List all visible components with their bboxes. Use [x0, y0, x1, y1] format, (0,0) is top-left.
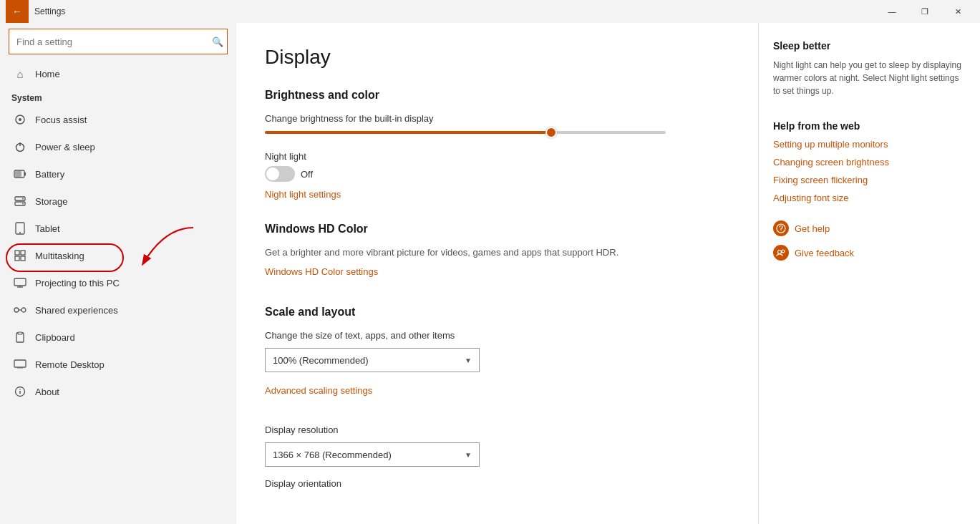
- sidebar-item-tablet-label: Tablet: [35, 223, 60, 234]
- minimize-button[interactable]: —: [875, 0, 908, 23]
- svg-rect-15: [15, 256, 19, 261]
- close-button[interactable]: ✕: [941, 0, 974, 23]
- hd-color-settings-link[interactable]: Windows HD Color settings: [265, 266, 378, 277]
- give-feedback-link[interactable]: Give feedback: [795, 248, 854, 258]
- titlebar: ← Settings — ❐ ✕: [0, 0, 980, 23]
- sleep-body: Night light can help you get to sleep by…: [773, 59, 966, 97]
- svg-rect-26: [14, 360, 26, 367]
- sidebar-item-storage[interactable]: Storage: [0, 188, 236, 215]
- svg-point-32: [780, 231, 781, 231]
- advanced-scaling-link[interactable]: Advanced scaling settings: [265, 385, 372, 396]
- scale-dropdown-arrow: ▼: [465, 356, 472, 364]
- svg-point-1: [19, 118, 21, 121]
- night-light-label: Night light: [265, 151, 306, 162]
- sidebar-item-shared-experiences[interactable]: Shared experiences: [0, 296, 236, 324]
- sidebar-item-multitasking[interactable]: Multitasking: [0, 242, 236, 269]
- svg-point-22: [21, 308, 26, 312]
- brightness-section: Brightness and color Change brightness f…: [265, 89, 729, 217]
- hd-color-title: Windows HD Color: [265, 223, 729, 236]
- sidebar-item-projecting[interactable]: Projecting to this PC: [0, 269, 236, 296]
- svg-point-30: [19, 389, 21, 390]
- svg-rect-16: [21, 256, 25, 261]
- brightness-fill: [265, 131, 553, 134]
- sidebar-item-home[interactable]: ⌂ Home: [0, 60, 236, 87]
- sidebar-item-projecting-label: Projecting to this PC: [35, 278, 120, 288]
- multitasking-icon: [14, 249, 26, 262]
- sidebar-item-storage-label: Storage: [35, 196, 68, 207]
- night-light-toggle-row: Off: [265, 166, 729, 182]
- night-light-link-container: Night light settings: [265, 188, 729, 217]
- sidebar-item-clipboard-label: Clipboard: [35, 332, 75, 343]
- orientation-container: Display orientation: [265, 478, 729, 489]
- help-link-font[interactable]: Adjusting font size: [773, 193, 966, 203]
- hd-color-desc: Get a brighter and more vibrant picture …: [265, 247, 666, 258]
- get-help-link[interactable]: Get help: [795, 223, 830, 234]
- sidebar: 🔍 ⌂ Home System Focus assist Power & sle…: [0, 23, 236, 524]
- back-button[interactable]: ←: [6, 0, 29, 23]
- sidebar-item-about-label: About: [35, 387, 59, 397]
- svg-point-21: [14, 308, 19, 312]
- get-help-icon: [773, 220, 789, 236]
- brightness-section-title: Brightness and color: [265, 89, 729, 102]
- search-input[interactable]: [9, 29, 228, 54]
- night-light-row: Night light: [265, 151, 729, 162]
- svg-rect-18: [14, 278, 26, 286]
- restore-button[interactable]: ❐: [908, 0, 941, 23]
- scale-section-title: Scale and layout: [265, 306, 729, 319]
- search-container: 🔍: [9, 29, 228, 54]
- scale-dropdown[interactable]: 100% (Recommended) ▼: [265, 348, 480, 372]
- svg-point-34: [782, 250, 785, 253]
- projecting-icon: [14, 276, 26, 289]
- shared-experiences-icon: [14, 304, 26, 316]
- brightness-label: Change brightness for the built-in displ…: [265, 113, 729, 124]
- home-icon: ⌂: [14, 67, 26, 80]
- sidebar-item-battery[interactable]: Battery: [0, 160, 236, 188]
- svg-rect-27: [17, 367, 23, 369]
- night-light-toggle[interactable]: [265, 166, 295, 182]
- help-section-title: Help from the web: [773, 120, 966, 132]
- help-link-flickering[interactable]: Fixing screen flickering: [773, 175, 966, 185]
- scale-section: Scale and layout Change the size of text…: [265, 306, 729, 489]
- sidebar-item-focus-assist[interactable]: Focus assist: [0, 106, 236, 133]
- sidebar-item-multitasking-wrapper: Multitasking: [0, 242, 236, 269]
- svg-point-10: [22, 203, 24, 205]
- svg-rect-13: [15, 251, 19, 255]
- resolution-container: Display resolution 1366 × 768 (Recommend…: [265, 424, 729, 467]
- help-link-brightness[interactable]: Changing screen brightness: [773, 157, 966, 168]
- sidebar-item-focus-label: Focus assist: [35, 115, 87, 125]
- resolution-label: Display resolution: [265, 424, 729, 435]
- back-icon: ←: [12, 6, 22, 17]
- sidebar-item-clipboard[interactable]: Clipboard: [0, 324, 236, 351]
- sidebar-item-about[interactable]: About: [0, 378, 236, 405]
- svg-point-12: [19, 232, 21, 233]
- svg-rect-5: [24, 173, 26, 176]
- brightness-slider-container: [265, 131, 666, 134]
- svg-rect-14: [21, 251, 25, 255]
- resolution-dropdown[interactable]: 1366 × 768 (Recommended) ▼: [265, 442, 480, 467]
- search-icon-button[interactable]: 🔍: [212, 37, 223, 47]
- night-light-settings-link[interactable]: Night light settings: [265, 189, 341, 200]
- scale-value: 100% (Recommended): [273, 355, 369, 366]
- sidebar-item-home-label: Home: [35, 69, 60, 79]
- brightness-track: [265, 131, 666, 134]
- sidebar-item-battery-label: Battery: [35, 169, 64, 180]
- sidebar-item-tablet[interactable]: Tablet: [0, 215, 236, 242]
- main-content: Display Brightness and color Change brig…: [236, 23, 758, 524]
- window-controls: — ❐ ✕: [875, 0, 974, 23]
- clipboard-icon: [14, 331, 26, 344]
- search-icon: 🔍: [212, 37, 223, 47]
- sidebar-item-shared-label: Shared experiences: [35, 305, 118, 316]
- brightness-thumb[interactable]: [545, 127, 557, 138]
- page-title: Display: [265, 46, 729, 69]
- give-feedback-row[interactable]: Give feedback: [773, 245, 966, 261]
- sidebar-item-power-sleep[interactable]: Power & sleep: [0, 133, 236, 160]
- help-link-monitors[interactable]: Setting up multiple monitors: [773, 139, 966, 150]
- svg-rect-6: [15, 171, 21, 177]
- resolution-value: 1366 × 768 (Recommended): [273, 450, 392, 460]
- svg-point-33: [778, 251, 782, 254]
- sidebar-item-remote-desktop[interactable]: Remote Desktop: [0, 351, 236, 378]
- get-help-row[interactable]: Get help: [773, 220, 966, 236]
- right-panel: Sleep better Night light can help you ge…: [758, 23, 980, 524]
- battery-icon: [14, 168, 26, 180]
- sleep-section-title: Sleep better: [773, 40, 966, 52]
